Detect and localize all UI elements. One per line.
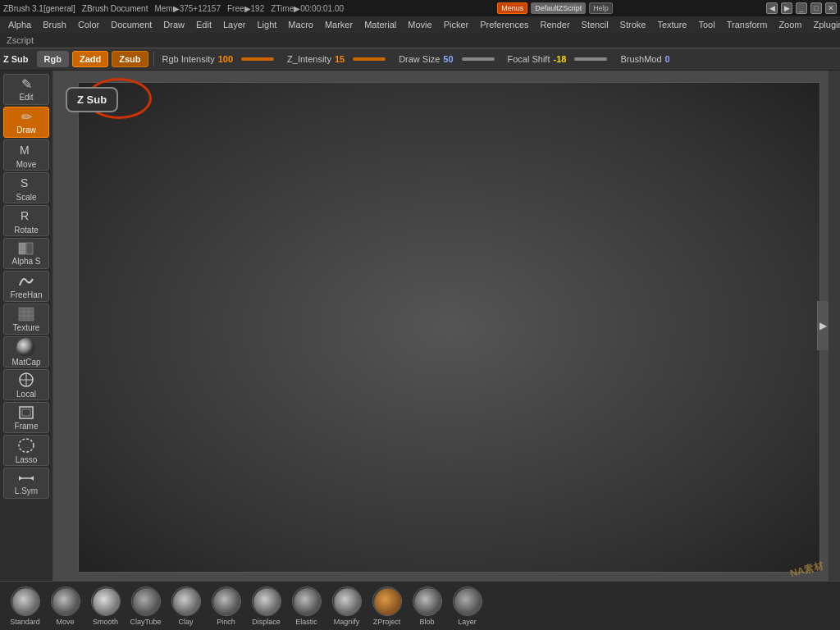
layer-brush-label: Layer [458, 618, 477, 626]
brush-clay[interactable]: Clay [167, 587, 204, 626]
scroll-left-btn[interactable]: ◀ [766, 2, 778, 14]
svg-point-31 [294, 588, 322, 616]
brush-layer[interactable]: Layer [449, 587, 486, 626]
brush-zproject[interactable]: ZProject [368, 587, 405, 626]
clay-brush-icon [171, 587, 201, 616]
displace-brush-label: Displace [252, 618, 281, 626]
right-scroll-button[interactable]: ▶ [817, 301, 829, 350]
draw-size-bar [462, 57, 495, 61]
menu-brush[interactable]: Brush [38, 18, 71, 31]
draw-size-label: Draw Size [399, 54, 440, 64]
local-btn[interactable]: Local [3, 369, 49, 400]
pinch-brush-label: Pinch [217, 618, 235, 626]
menu-transform[interactable]: Transform [722, 18, 773, 31]
edit-label: Edit [19, 93, 33, 102]
alpha-icon [18, 242, 34, 255]
draw-label: Draw [16, 126, 35, 135]
menu-texture[interactable]: Texture [652, 18, 692, 31]
scale-btn[interactable]: S Scale [3, 172, 49, 203]
rgb-intensity-value: 100 [218, 54, 233, 64]
smooth-brush-label: Smooth [93, 618, 118, 626]
lasso-btn[interactable]: Lasso [3, 435, 49, 466]
rotate-icon: R [18, 208, 34, 224]
svg-marker-19 [30, 476, 34, 481]
minimize-btn[interactable]: _ [796, 2, 807, 14]
rotate-label: Rotate [14, 226, 38, 235]
scroll-right-btn[interactable]: ▶ [781, 2, 792, 14]
brush-claytube[interactable]: ClayTube [127, 587, 164, 626]
menu-document[interactable]: Document [106, 18, 157, 31]
freehand-btn[interactable]: FreeHan [3, 271, 49, 302]
svg-rect-5 [19, 308, 34, 321]
default-script-button[interactable]: DefaultZScript [531, 2, 586, 14]
lasso-label: Lasso [16, 455, 38, 464]
mem-info: Mem▶375+12157 [154, 4, 221, 13]
menu-stencil[interactable]: Stencil [577, 18, 614, 31]
maximize-btn[interactable]: □ [810, 2, 822, 14]
menu-render[interactable]: Render [536, 18, 575, 31]
menu-light[interactable]: Light [253, 18, 282, 31]
menu-stroke[interactable]: Stroke [615, 18, 651, 31]
texture-label: Texture [13, 323, 40, 332]
zadd-button[interactable]: Zadd [72, 51, 108, 67]
menu-alpha[interactable]: Alpha [3, 18, 36, 31]
matcap-btn[interactable]: MatCap [3, 336, 49, 368]
move-brush-icon [51, 587, 80, 616]
frame-btn[interactable]: Frame [3, 402, 49, 433]
svg-text:R: R [21, 209, 29, 222]
svg-rect-3 [19, 243, 25, 254]
texture-btn[interactable]: Texture [3, 304, 49, 335]
rgb-button[interactable]: Rgb [37, 51, 69, 67]
draw-btn[interactable]: ✏ Draw [3, 107, 49, 138]
edit-btn[interactable]: ✎ Edit [3, 74, 49, 105]
menu-zplugin[interactable]: Zplugin [809, 18, 840, 31]
menu-preferences[interactable]: Preferences [475, 18, 533, 31]
matcap-icon [16, 337, 37, 356]
layer-brush-icon [453, 587, 482, 616]
lsym-btn[interactable]: L.Sym [3, 468, 49, 499]
menu-draw[interactable]: Draw [158, 18, 189, 31]
brush-displace[interactable]: Displace [248, 587, 285, 626]
menu-macro[interactable]: Macro [283, 18, 318, 31]
lsym-label: L.Sym [15, 486, 38, 495]
menu-color[interactable]: Color [73, 18, 104, 31]
svg-point-27 [133, 588, 161, 616]
menu-movie[interactable]: Movie [403, 18, 436, 31]
zsub-button[interactable]: Zsub [112, 51, 148, 67]
menu-edit[interactable]: Edit [191, 18, 217, 31]
elastic-brush-label: Elastic [295, 618, 317, 626]
brush-pinch[interactable]: Pinch [208, 587, 244, 626]
free-info: Free▶192 [227, 4, 264, 13]
help-button[interactable]: Help [589, 2, 613, 14]
menus-button[interactable]: Menus [497, 2, 527, 14]
close-btn[interactable]: ✕ [825, 2, 837, 14]
main-canvas[interactable]: ▶ [53, 71, 829, 581]
svg-point-30 [253, 588, 281, 616]
menu-material[interactable]: Material [359, 18, 401, 31]
move-btn[interactable]: M Move [3, 139, 49, 171]
svg-point-29 [213, 588, 241, 616]
svg-point-24 [12, 588, 40, 616]
menu-zoom[interactable]: Zoom [774, 18, 806, 31]
tooltip-bubble: Z Sub [66, 87, 118, 112]
brush-move[interactable]: Move [47, 587, 84, 626]
alpha-btn[interactable]: Alpha S [3, 238, 49, 269]
menu-layer[interactable]: Layer [218, 18, 251, 31]
z-intensity-bar [353, 57, 386, 61]
svg-point-16 [19, 439, 34, 452]
menu-marker[interactable]: Marker [320, 18, 358, 31]
left-sidebar: ✎ Edit ✏ Draw M Move S Scale R Rotate Al… [0, 71, 53, 581]
svg-text:M: M [20, 144, 30, 157]
rotate-btn[interactable]: R Rotate [3, 205, 49, 236]
brush-blob[interactable]: Blob [409, 587, 445, 626]
brush-magnify[interactable]: Magnify [328, 587, 365, 626]
menu-tool[interactable]: Tool [693, 18, 719, 31]
claytube-brush-label: ClayTube [130, 618, 161, 626]
brush-standard[interactable]: Standard [7, 587, 43, 626]
ztime-info: ZTime▶00:00:01.00 [271, 4, 344, 13]
brush-elastic[interactable]: Elastic [288, 587, 325, 626]
frame-icon [18, 405, 34, 420]
menu-picker[interactable]: Picker [439, 18, 474, 31]
focal-shift-bar [574, 57, 607, 61]
brush-smooth[interactable]: Smooth [87, 587, 124, 626]
